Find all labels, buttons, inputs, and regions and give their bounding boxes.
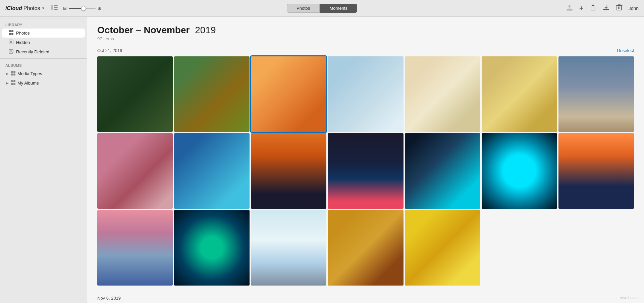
svg-rect-7 <box>11 30 13 32</box>
photo-grid-row-2 <box>97 133 634 209</box>
svg-rect-5 <box>617 5 622 10</box>
content-item-count: 97 Items <box>97 36 634 41</box>
section-date-nov6: Nov 6, 2019 <box>97 296 121 301</box>
svg-rect-12 <box>11 71 13 73</box>
photo-item[interactable] <box>328 56 403 132</box>
logo-icloud-text: iCloud <box>5 5 22 11</box>
sidebar-hidden-label: Hidden <box>16 40 30 45</box>
photo-item[interactable] <box>97 210 173 286</box>
photo-item[interactable] <box>405 133 480 209</box>
svg-rect-17 <box>13 80 15 82</box>
photo-item[interactable] <box>328 133 403 209</box>
svg-rect-19 <box>13 83 15 85</box>
photo-item[interactable] <box>482 56 557 132</box>
zoom-control[interactable]: ⊟ ⊞ <box>63 6 101 11</box>
photo-item[interactable] <box>405 210 480 286</box>
sidebar: Library Photos Hidden <box>0 17 87 303</box>
sidebar-divider-1 <box>0 58 87 59</box>
recently-deleted-icon <box>9 49 13 55</box>
library-section-label: Library <box>0 20 87 28</box>
logo-chevron-icon: ▾ <box>42 6 44 10</box>
photo-item[interactable] <box>174 56 250 132</box>
section-header-oct21: Oct 21, 2019 Deselect <box>97 48 634 53</box>
sidebar-photos-label: Photos <box>16 31 30 36</box>
sidebar-media-types-label: Media Types <box>17 71 42 76</box>
photo-item[interactable] <box>405 56 480 132</box>
photo-item[interactable] <box>174 133 250 209</box>
photo-item[interactable] <box>251 210 326 286</box>
zoom-slider[interactable] <box>69 8 96 9</box>
zoom-large-icon: ⊞ <box>98 6 101 11</box>
photo-item[interactable] <box>328 210 403 286</box>
hidden-icon <box>9 40 13 45</box>
svg-rect-18 <box>11 83 13 85</box>
svg-rect-8 <box>9 33 11 35</box>
photo-item[interactable] <box>251 133 326 209</box>
upload-icon[interactable] <box>566 4 573 13</box>
download-icon[interactable] <box>602 4 610 13</box>
svg-rect-0 <box>51 5 53 10</box>
svg-rect-6 <box>9 30 11 32</box>
content-area: October – November 2019 97 Items Oct 21,… <box>87 17 644 303</box>
sidebar-item-recently-deleted[interactable]: Recently Deleted <box>2 47 85 56</box>
photo-grid-row-1 <box>97 56 634 132</box>
media-types-icon <box>11 71 15 77</box>
photo-item[interactable] <box>97 56 173 132</box>
tab-photos[interactable]: Photos <box>287 4 320 13</box>
zoom-small-icon: ⊟ <box>63 6 67 11</box>
svg-rect-16 <box>11 80 13 82</box>
add-icon[interactable]: + <box>579 4 584 13</box>
sidebar-toggle-icon[interactable] <box>51 5 58 12</box>
photo-item[interactable] <box>174 210 250 286</box>
username-label[interactable]: John <box>629 6 639 11</box>
tab-moments[interactable]: Moments <box>320 4 357 13</box>
deselect-button[interactable]: Deselect <box>617 48 634 53</box>
content-title-bold: October – November <box>97 25 190 35</box>
svg-rect-4 <box>567 9 572 10</box>
sidebar-my-albums-label: My Albums <box>17 81 39 86</box>
section-header-nov6: Nov 6, 2019 <box>97 296 634 301</box>
content-header: October – November 2019 97 Items <box>97 25 634 41</box>
sidebar-recently-deleted-label: Recently Deleted <box>16 49 49 54</box>
my-albums-chevron: ▶ <box>6 81 9 85</box>
photos-icon <box>9 30 13 36</box>
albums-section-label: Albums <box>0 61 87 69</box>
photo-item[interactable] <box>482 133 557 209</box>
share-icon[interactable] <box>590 4 596 12</box>
content-title: October – November 2019 <box>97 25 634 36</box>
svg-rect-14 <box>11 73 13 75</box>
photo-item[interactable] <box>558 133 634 209</box>
svg-rect-15 <box>13 73 15 75</box>
view-tabs: Photos Moments <box>287 4 357 13</box>
sidebar-group-my-albums[interactable]: ▶ My Albums <box>2 79 85 88</box>
svg-rect-2 <box>54 7 58 8</box>
photo-grid-row-3 <box>97 210 634 286</box>
sidebar-item-photos[interactable]: Photos <box>2 29 85 38</box>
photo-item[interactable] <box>558 56 634 132</box>
logo-photos-text: Photos <box>23 5 40 11</box>
svg-rect-13 <box>13 71 15 73</box>
svg-rect-1 <box>54 5 58 6</box>
photo-item[interactable] <box>251 56 326 132</box>
svg-rect-3 <box>54 9 58 10</box>
content-title-year: 2019 <box>195 25 216 35</box>
photo-item[interactable] <box>97 133 173 209</box>
titlebar: iCloud Photos ▾ ⊟ ⊞ Photos Moments <box>0 0 644 17</box>
zoom-slider-thumb <box>81 6 86 11</box>
svg-rect-9 <box>11 33 13 35</box>
sidebar-item-hidden[interactable]: Hidden <box>2 38 85 47</box>
app-logo[interactable]: iCloud Photos ▾ <box>5 5 44 11</box>
main-layout: Library Photos Hidden <box>0 17 644 303</box>
delete-icon[interactable] <box>616 4 623 13</box>
media-types-chevron: ▶ <box>6 72 9 75</box>
sidebar-group-media-types[interactable]: ▶ Media Types <box>2 69 85 78</box>
toolbar-right: + John <box>566 4 639 13</box>
watermark: wsxdn.com <box>620 296 639 300</box>
my-albums-icon <box>11 80 15 86</box>
section-date-oct21: Oct 21, 2019 <box>97 48 122 53</box>
